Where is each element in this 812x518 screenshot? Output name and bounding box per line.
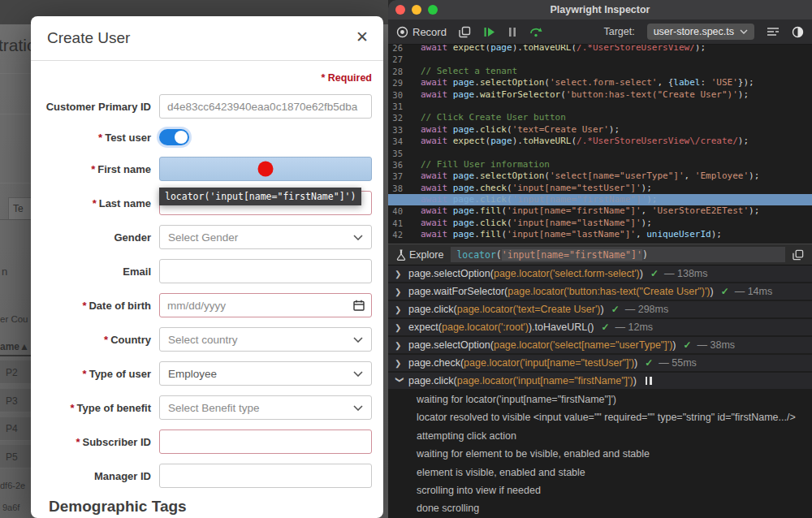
playwright-inspector-window: Playwright Inspector Record Target: user… [388, 0, 812, 518]
code-line[interactable]: 29await page.selectOption('select.form-s… [388, 77, 812, 88]
create-user-form: Customer Primary ID *Test user *First na… [31, 94, 383, 516]
field-row-date-of-birth: *Date of birth [31, 293, 372, 317]
locator-tooltip: locator('input[name="firstName"]') [159, 188, 361, 205]
code-line[interactable]: 37await page.selectOption('select[name="… [388, 171, 812, 182]
explore-button[interactable]: Explore [396, 249, 443, 261]
pause-icon [646, 377, 652, 385]
field-row-type-of-benefit: *Type of benefit Select Benefit type [31, 395, 372, 420]
source-lines-button[interactable] [767, 27, 780, 37]
code-line[interactable]: 36// Fill User information [388, 159, 812, 171]
target-language-select[interactable]: user-store.spec.ts [647, 24, 754, 40]
field-label: Manager ID [31, 470, 159, 482]
record-button[interactable]: Record [396, 26, 447, 38]
theme-toggle-button[interactable] [792, 26, 804, 38]
lines-icon [767, 27, 780, 37]
copy-code-button[interactable] [459, 26, 471, 38]
gender-select[interactable]: Select Gender [159, 225, 372, 249]
field-label: *Type of benefit [31, 402, 159, 414]
log-entry[interactable]: ❯page.selectOption(page.locator('select[… [388, 337, 812, 353]
code-line[interactable]: await page.click('input[name="firstName"… [388, 194, 812, 205]
resume-button[interactable] [483, 26, 495, 38]
window-titlebar[interactable]: Playwright Inspector [388, 0, 812, 19]
create-user-modal: Create User ✕ * Required Customer Primar… [31, 16, 383, 518]
field-label: *Subscriber ID [31, 436, 159, 448]
code-line[interactable]: 38await page.check('input[name="testUser… [388, 183, 812, 194]
field-row-first-name: *First name [31, 157, 372, 181]
field-row-subscriber-id: *Subscriber ID [31, 430, 372, 454]
code-line[interactable]: 35 [388, 148, 812, 159]
required-asterisk: * [83, 368, 87, 380]
toggle-knob [175, 131, 188, 144]
type-of-benefit-select[interactable]: Select Benefit type [159, 395, 372, 420]
traffic-lights[interactable] [395, 5, 438, 15]
log-entry[interactable]: ❯page.click(page.locator('input[name="fi… [388, 373, 812, 389]
code-line[interactable]: 33await page.click('text=Create User'); [388, 124, 812, 136]
code-line[interactable]: 32// Click Create User button [388, 112, 812, 123]
code-line[interactable]: 30await page.waitForSelector('button:has… [388, 89, 812, 101]
demographic-tags-heading: Demographic Tags [49, 498, 372, 516]
field-label: *Test user [31, 132, 159, 144]
copy-locator-button[interactable] [793, 249, 804, 261]
log-detail-line: waiting for locator('input[name="firstNa… [388, 391, 812, 408]
copy-icon [459, 26, 471, 38]
required-asterisk: * [93, 197, 97, 209]
step-over-icon [529, 26, 542, 37]
close-window-icon [395, 5, 405, 15]
chevron-down-icon [740, 29, 748, 34]
customer-primary-id-input[interactable] [159, 94, 372, 119]
inspector-toolbar: Record Target: user-store.spec.ts [388, 19, 812, 45]
log-entry[interactable]: ❯page.check(page.locator('input[name="te… [388, 355, 812, 371]
explore-locator-input[interactable]: locator('input[name="firstName"]') [451, 247, 785, 262]
country-select[interactable]: Select country [159, 327, 372, 352]
field-row-test-user: *Test user [31, 128, 372, 146]
code-line[interactable]: 26await expect(page).toHaveURL(/.*UserSt… [388, 45, 812, 54]
window-title: Playwright Inspector [551, 4, 650, 15]
date-of-birth-input[interactable] [159, 293, 372, 317]
minimize-window-icon [412, 5, 421, 15]
source-code-panel: 26await expect(page).toHaveURL(/.*UserSt… [388, 45, 812, 244]
log-entry[interactable]: ❯page.waitForSelector(page.locator('butt… [388, 283, 812, 300]
field-label: *Type of user [31, 368, 159, 380]
click-target-dot [258, 162, 274, 177]
email-input[interactable] [159, 259, 372, 283]
close-icon[interactable]: ✕ [356, 28, 369, 46]
required-asterisk: * [70, 402, 74, 414]
explore-bar: Explore locator('input[name="firstName"]… [388, 244, 812, 265]
field-row-customer-primary-id: Customer Primary ID [31, 94, 372, 119]
code-line[interactable]: 31 [388, 101, 812, 112]
pause-icon [508, 27, 517, 37]
first-name-input-highlighted[interactable] [159, 157, 372, 181]
field-label: *First name [31, 163, 159, 175]
log-detail-line: element is visible, enabled and stable [388, 464, 812, 481]
code-line[interactable]: 42await page.fill('input[name="lastName"… [388, 229, 812, 240]
log-detail-line: waiting for element to be visible, enabl… [388, 445, 812, 463]
test-user-toggle[interactable] [159, 129, 189, 145]
modal-title: Create User [47, 29, 130, 47]
log-detail-line: scrolling into view if needed [388, 481, 812, 499]
manager-id-input[interactable] [159, 464, 372, 488]
required-asterisk: * [98, 132, 102, 144]
code-line[interactable]: 41await page.click('input[name="lastName… [388, 218, 812, 229]
subscriber-id-input[interactable] [159, 430, 372, 454]
code-line[interactable]: 28// Select a tenant [388, 66, 812, 77]
field-label: *Date of birth [31, 300, 159, 312]
calendar-icon[interactable] [353, 300, 365, 311]
code-line[interactable]: 34await expect(page).toHaveURL(/.*UserSt… [388, 136, 812, 147]
required-asterisk: * [76, 436, 80, 448]
type-of-user-select[interactable]: Employee [159, 361, 372, 386]
chevron-down-icon [353, 371, 363, 377]
flask-icon [396, 249, 406, 261]
resume-icon [483, 26, 495, 38]
field-row-gender: Gender Select Gender [31, 225, 372, 249]
pause-button[interactable] [508, 27, 517, 37]
log-entry[interactable]: ❯page.click(page.locator('text=Create Us… [388, 301, 812, 317]
log-detail-line: attempting click action [388, 427, 812, 445]
record-icon [396, 26, 408, 38]
code-line[interactable]: 40await page.fill('input[name="firstName… [388, 205, 812, 217]
required-note: * Required [31, 72, 372, 84]
code-line[interactable]: 27 [388, 54, 812, 65]
step-over-button[interactable] [529, 26, 542, 37]
log-entry[interactable]: ❯expect(page.locator(':root')).toHaveURL… [388, 319, 812, 335]
log-entry[interactable]: ❯page.selectOption(page.locator('select.… [388, 265, 812, 282]
field-label: *Country [31, 334, 159, 346]
